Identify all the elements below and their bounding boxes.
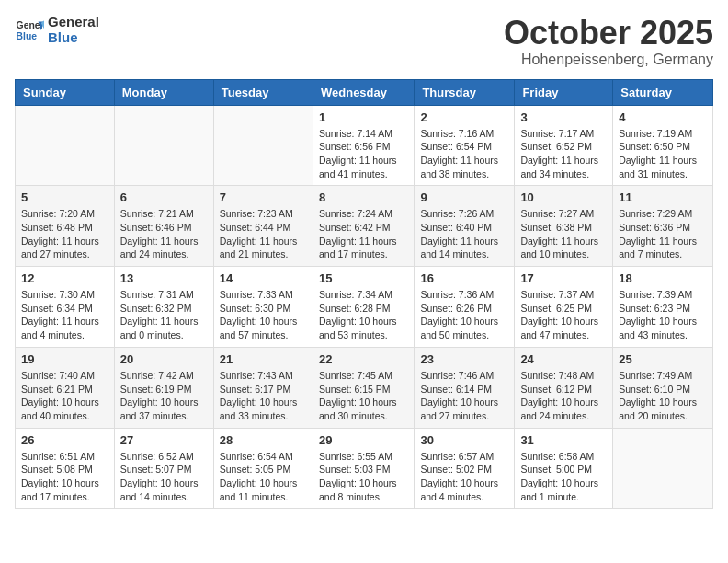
calendar-day-cell: 24Sunrise: 7:48 AMSunset: 6:12 PMDayligh… (515, 347, 613, 428)
day-number: 11 (619, 190, 707, 204)
calendar-day-cell: 10Sunrise: 7:27 AMSunset: 6:38 PMDayligh… (515, 186, 613, 267)
day-info: Sunrise: 7:29 AMSunset: 6:36 PMDaylight:… (619, 207, 707, 261)
day-number: 9 (420, 190, 508, 204)
svg-text:Blue: Blue (17, 30, 38, 40)
logo-icon: General Blue (15, 16, 44, 45)
calendar-day-cell: 19Sunrise: 7:40 AMSunset: 6:21 PMDayligh… (16, 347, 115, 428)
day-number: 29 (319, 433, 408, 447)
day-number: 12 (21, 271, 108, 285)
day-number: 10 (520, 190, 607, 204)
calendar-day-cell: 16Sunrise: 7:36 AMSunset: 6:26 PMDayligh… (415, 267, 515, 348)
day-number: 24 (520, 352, 607, 366)
logo-blue-text: Blue (48, 30, 99, 46)
day-info: Sunrise: 7:24 AMSunset: 6:42 PMDaylight:… (319, 207, 408, 261)
day-number: 7 (220, 190, 307, 204)
day-info: Sunrise: 6:52 AMSunset: 5:07 PMDaylight:… (120, 450, 208, 504)
day-number: 15 (319, 271, 408, 285)
day-number: 21 (220, 352, 307, 366)
day-info: Sunrise: 7:27 AMSunset: 6:38 PMDaylight:… (520, 207, 607, 261)
calendar-day-cell: 31Sunrise: 6:58 AMSunset: 5:00 PMDayligh… (515, 428, 613, 509)
page-header: General Blue General Blue October 2025 H… (15, 15, 713, 68)
calendar-day-cell: 12Sunrise: 7:30 AMSunset: 6:34 PMDayligh… (16, 267, 115, 348)
day-number: 6 (120, 190, 208, 204)
calendar-day-cell: 13Sunrise: 7:31 AMSunset: 6:32 PMDayligh… (114, 267, 213, 348)
calendar-day-cell: 25Sunrise: 7:49 AMSunset: 6:10 PMDayligh… (613, 347, 713, 428)
day-info: Sunrise: 7:45 AMSunset: 6:15 PMDaylight:… (319, 369, 408, 423)
day-number: 17 (520, 271, 607, 285)
day-number: 13 (120, 271, 208, 285)
day-info: Sunrise: 7:19 AMSunset: 6:50 PMDaylight:… (619, 127, 707, 181)
day-number: 3 (520, 110, 607, 124)
calendar-week-row: 5Sunrise: 7:20 AMSunset: 6:48 PMDaylight… (16, 186, 713, 267)
day-info: Sunrise: 7:36 AMSunset: 6:26 PMDaylight:… (420, 288, 508, 342)
calendar-day-cell: 9Sunrise: 7:26 AMSunset: 6:40 PMDaylight… (415, 186, 515, 267)
month-title: October 2025 (504, 15, 713, 52)
day-info: Sunrise: 7:42 AMSunset: 6:19 PMDaylight:… (120, 369, 208, 423)
title-area: October 2025 Hohenpeissenberg, Germany (504, 15, 713, 68)
day-info: Sunrise: 7:49 AMSunset: 6:10 PMDaylight:… (619, 369, 707, 423)
day-info: Sunrise: 7:20 AMSunset: 6:48 PMDaylight:… (21, 207, 108, 261)
calendar-day-cell: 7Sunrise: 7:23 AMSunset: 6:44 PMDaylight… (213, 186, 313, 267)
calendar-day-cell: 17Sunrise: 7:37 AMSunset: 6:25 PMDayligh… (515, 267, 613, 348)
day-info: Sunrise: 6:51 AMSunset: 5:08 PMDaylight:… (21, 450, 108, 504)
calendar-day-cell: 28Sunrise: 6:54 AMSunset: 5:05 PMDayligh… (213, 428, 313, 509)
calendar-day-cell: 14Sunrise: 7:33 AMSunset: 6:30 PMDayligh… (213, 267, 313, 348)
calendar-day-cell: 6Sunrise: 7:21 AMSunset: 6:46 PMDaylight… (114, 186, 213, 267)
calendar-day-cell: 4Sunrise: 7:19 AMSunset: 6:50 PMDaylight… (613, 105, 713, 186)
day-number: 31 (520, 433, 607, 447)
calendar-header-row: SundayMondayTuesdayWednesdayThursdayFrid… (16, 79, 713, 105)
day-number: 2 (420, 110, 508, 124)
day-info: Sunrise: 7:31 AMSunset: 6:32 PMDaylight:… (120, 288, 208, 342)
calendar-day-cell: 15Sunrise: 7:34 AMSunset: 6:28 PMDayligh… (313, 267, 414, 348)
calendar-day-cell: 2Sunrise: 7:16 AMSunset: 6:54 PMDaylight… (415, 105, 515, 186)
day-info: Sunrise: 7:17 AMSunset: 6:52 PMDaylight:… (520, 127, 607, 181)
logo: General Blue General Blue (15, 15, 99, 45)
calendar-day-cell: 20Sunrise: 7:42 AMSunset: 6:19 PMDayligh… (114, 347, 213, 428)
day-header-monday: Monday (114, 79, 213, 105)
day-info: Sunrise: 6:58 AMSunset: 5:00 PMDaylight:… (520, 450, 607, 504)
day-header-wednesday: Wednesday (313, 79, 414, 105)
day-info: Sunrise: 7:21 AMSunset: 6:46 PMDaylight:… (120, 207, 208, 261)
day-info: Sunrise: 7:37 AMSunset: 6:25 PMDaylight:… (520, 288, 607, 342)
calendar-week-row: 1Sunrise: 7:14 AMSunset: 6:56 PMDaylight… (16, 105, 713, 186)
calendar-week-row: 26Sunrise: 6:51 AMSunset: 5:08 PMDayligh… (16, 428, 713, 509)
calendar-day-cell: 21Sunrise: 7:43 AMSunset: 6:17 PMDayligh… (213, 347, 313, 428)
calendar-day-cell (16, 105, 115, 186)
day-info: Sunrise: 7:48 AMSunset: 6:12 PMDaylight:… (520, 369, 607, 423)
day-info: Sunrise: 7:16 AMSunset: 6:54 PMDaylight:… (420, 127, 508, 181)
day-info: Sunrise: 7:40 AMSunset: 6:21 PMDaylight:… (21, 369, 108, 423)
day-number: 23 (420, 352, 508, 366)
day-info: Sunrise: 6:55 AMSunset: 5:03 PMDaylight:… (319, 450, 408, 504)
day-number: 8 (319, 190, 408, 204)
calendar-day-cell (613, 428, 713, 509)
day-number: 4 (619, 110, 707, 124)
day-number: 20 (120, 352, 208, 366)
day-info: Sunrise: 6:57 AMSunset: 5:02 PMDaylight:… (420, 450, 508, 504)
day-number: 27 (120, 433, 208, 447)
day-info: Sunrise: 7:46 AMSunset: 6:14 PMDaylight:… (420, 369, 508, 423)
logo-general-text: General (48, 15, 99, 30)
calendar-day-cell: 26Sunrise: 6:51 AMSunset: 5:08 PMDayligh… (16, 428, 115, 509)
calendar-day-cell (213, 105, 313, 186)
calendar-day-cell: 1Sunrise: 7:14 AMSunset: 6:56 PMDaylight… (313, 105, 414, 186)
day-info: Sunrise: 7:33 AMSunset: 6:30 PMDaylight:… (220, 288, 307, 342)
day-info: Sunrise: 7:34 AMSunset: 6:28 PMDaylight:… (319, 288, 408, 342)
day-number: 5 (21, 190, 108, 204)
day-info: Sunrise: 7:30 AMSunset: 6:34 PMDaylight:… (21, 288, 108, 342)
day-number: 16 (420, 271, 508, 285)
calendar-day-cell: 5Sunrise: 7:20 AMSunset: 6:48 PMDaylight… (16, 186, 115, 267)
day-info: Sunrise: 7:43 AMSunset: 6:17 PMDaylight:… (220, 369, 307, 423)
calendar-day-cell: 23Sunrise: 7:46 AMSunset: 6:14 PMDayligh… (415, 347, 515, 428)
day-info: Sunrise: 7:39 AMSunset: 6:23 PMDaylight:… (619, 288, 707, 342)
calendar-day-cell: 11Sunrise: 7:29 AMSunset: 6:36 PMDayligh… (613, 186, 713, 267)
calendar-day-cell: 18Sunrise: 7:39 AMSunset: 6:23 PMDayligh… (613, 267, 713, 348)
calendar-day-cell: 22Sunrise: 7:45 AMSunset: 6:15 PMDayligh… (313, 347, 414, 428)
day-info: Sunrise: 7:26 AMSunset: 6:40 PMDaylight:… (420, 207, 508, 261)
day-header-sunday: Sunday (16, 79, 115, 105)
calendar-day-cell: 8Sunrise: 7:24 AMSunset: 6:42 PMDaylight… (313, 186, 414, 267)
day-number: 19 (21, 352, 108, 366)
day-info: Sunrise: 7:14 AMSunset: 6:56 PMDaylight:… (319, 127, 408, 181)
calendar-table: SundayMondayTuesdayWednesdayThursdayFrid… (15, 79, 713, 510)
day-header-thursday: Thursday (415, 79, 515, 105)
day-number: 1 (319, 110, 408, 124)
